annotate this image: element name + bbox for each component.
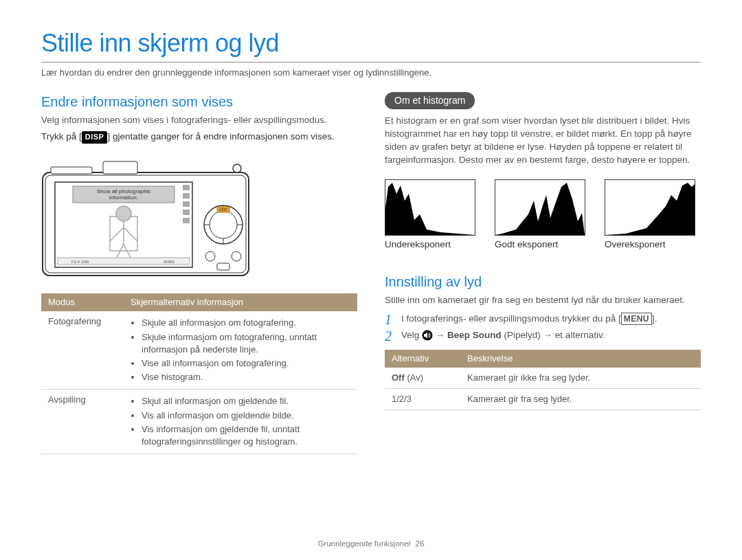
step2-a: Velg [401, 330, 422, 340]
step-number: 1 [385, 313, 396, 326]
col-desc: Beskrivelse [460, 350, 701, 368]
overlay-line2: information. [109, 194, 138, 201]
left-column: Endre informasjonen som vises Velg infor… [41, 92, 357, 455]
svg-rect-2 [51, 167, 92, 174]
table-header-row: Alternativ Beskrivelse [385, 350, 701, 368]
sound-intro: Stille inn om kameraet gir fra seg en be… [385, 294, 701, 307]
svg-rect-15 [183, 210, 190, 215]
histo-label: Undereksponert [385, 239, 451, 249]
svg-text:00001: 00001 [164, 260, 175, 264]
list-item: Skjule all informasjon om fotografering. [142, 317, 350, 329]
list-item: Skjule informasjom om fotografering, unn… [142, 331, 350, 356]
list-item: Vis informasjon om gjeldende fil, unntat… [142, 423, 350, 448]
histogram-examples: Undereksponert Godt eksponert [385, 179, 701, 251]
section-heading-sound: Innstilling av lyd [385, 272, 701, 291]
two-column-layout: Endre informasjonen som vises Velg infor… [41, 92, 701, 455]
step1-a: I fotograferings- eller avspillingsmodus… [401, 313, 621, 324]
step-1: 1 I fotograferings- eller avspillingsmod… [385, 313, 701, 326]
table-row: 1/2/3 Kameraet gir fra seg lyder. [385, 388, 701, 410]
step-text: I fotograferings- eller avspillingsmodus… [401, 313, 657, 326]
histo-good: Godt eksponert [495, 179, 591, 251]
histogram-overexposed-icon [605, 179, 695, 236]
display-options-table: Modus Skjermalternativ informasjon Fotog… [41, 293, 357, 454]
list-item: Vise all informasjon om fotografering. [142, 357, 350, 370]
alt-cell: Off (Av) [385, 368, 460, 389]
svg-text:F2.4  1/60: F2.4 1/60 [71, 260, 89, 264]
step-text: Velg → Beep Sound (Pipelyd) → et alterna… [401, 329, 605, 343]
histogram-text: Et histogram er en graf som viser hvorda… [385, 115, 701, 167]
disp-button-icon: DISP [82, 131, 108, 143]
svg-text:DISP: DISP [219, 208, 227, 212]
page-title: Stille inn skjerm og lyd [41, 26, 701, 63]
table-row: Avspilling Skjul all informasjon om gjel… [41, 390, 357, 454]
table-header-row: Modus Skjermalternativ informasjon [41, 293, 357, 311]
right-column: Om et histogram Et histogram er en graf … [385, 92, 701, 455]
sound-options-table: Alternativ Beskrivelse Off (Av) Kameraet… [385, 350, 701, 411]
step2-rest: (Pipelyd) → et alternativ. [504, 330, 605, 340]
overlay-line1: Show all photographic [97, 188, 151, 194]
press-instruction: Trykk på [DISP] gjentatte ganger for å e… [41, 131, 357, 144]
list-item: Vis all informasjon om gjeldende bilde. [142, 410, 350, 422]
info-cell: Skjule all informasjon om fotografering.… [124, 311, 357, 389]
histo-under: Undereksponert [385, 179, 481, 251]
list-item: Skjul all informasjon om gjeldende fil. [142, 395, 350, 407]
alt-paren: (Av) [405, 372, 423, 383]
menu-button-icon: MENU [621, 313, 652, 326]
svg-rect-16 [183, 218, 190, 223]
col-alt: Alternativ [385, 350, 460, 368]
alt-cell: 1/2/3 [385, 388, 460, 410]
table-row: Off (Av) Kameraet gir ikke fra seg lyder… [385, 368, 701, 389]
histo-over: Overeksponert [605, 179, 701, 251]
steps-list: 1 I fotograferings- eller avspillingsmod… [385, 313, 701, 343]
manual-page: Stille inn skjerm og lyd Lær hvordan du … [0, 0, 742, 560]
svg-point-26 [232, 251, 241, 261]
alt-bold: Off [392, 372, 405, 383]
footer-page: 26 [416, 539, 425, 548]
histogram-underexposed-icon [385, 179, 475, 236]
info-cell: Skjul all informasjon om gjeldende fil. … [124, 390, 357, 454]
mode-cell: Avspilling [41, 390, 124, 454]
svg-rect-14 [183, 201, 190, 207]
step2-arrow1: → [436, 330, 447, 340]
svg-point-8 [116, 206, 131, 221]
camera-diagram: Show all photographic information. F2.4 … [41, 156, 254, 280]
speaker-icon [422, 330, 433, 341]
mode-cell: Fotografering [41, 311, 124, 389]
step-2: 2 Velg → Beep Sound (Pipelyd) [385, 329, 701, 343]
table-row: Fotografering Skjule all informasjon om … [41, 311, 357, 389]
pill-histogram: Om et histogram [385, 92, 475, 110]
section-heading-display-info: Endre informasjonen som vises [41, 92, 357, 111]
histogram-good-icon [495, 179, 585, 236]
press-text-a: Trykk på [ [41, 131, 82, 142]
display-intro: Velg informasjonen som vises i fotografe… [41, 114, 357, 127]
step2-beep: Beep Sound [447, 330, 502, 340]
col-mode: Modus [41, 293, 124, 311]
svg-rect-27 [217, 263, 229, 270]
press-text-b: ] gjentatte ganger for å endre informasj… [107, 131, 334, 142]
page-subtitle: Lær hvordan du endrer den grunnleggende … [41, 67, 701, 79]
histo-label: Godt eksponert [495, 239, 558, 249]
svg-point-18 [210, 211, 237, 238]
histo-label: Overeksponert [605, 239, 666, 249]
svg-rect-3 [103, 161, 137, 174]
desc-cell: Kameraet gir fra seg lyder. [460, 388, 701, 410]
svg-rect-12 [183, 185, 190, 190]
svg-point-25 [205, 251, 215, 261]
svg-rect-13 [183, 193, 190, 199]
step1-b: ]. [652, 313, 657, 324]
footer-section: Grunnleggende funksjoner [318, 539, 412, 548]
footer: Grunnleggende funksjoner 26 [0, 538, 742, 549]
step-number: 2 [385, 329, 396, 343]
svg-point-4 [233, 164, 241, 172]
list-item: Vise histogram. [142, 371, 350, 383]
col-info: Skjermalternativ informasjon [124, 293, 357, 311]
desc-cell: Kameraet gir ikke fra seg lyder. [460, 368, 701, 389]
